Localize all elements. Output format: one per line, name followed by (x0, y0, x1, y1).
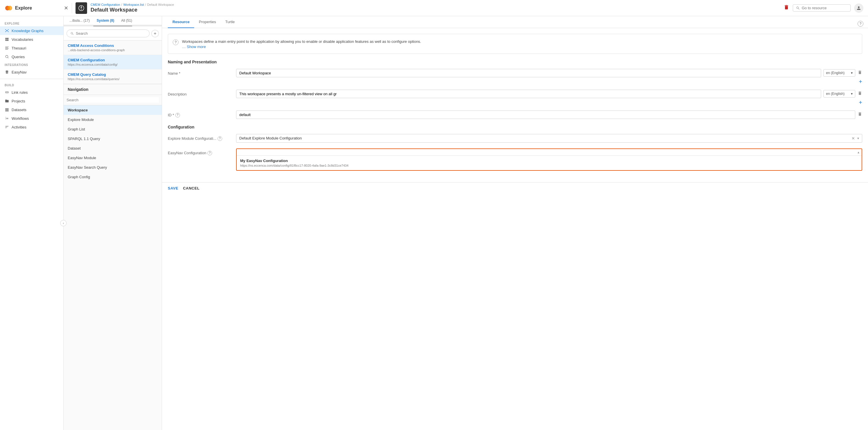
nav-item-dataset[interactable]: Dataset (64, 144, 162, 153)
thesauri-icon (5, 46, 9, 50)
id-field-group (236, 111, 862, 120)
easynav-config-help-icon[interactable]: ? (208, 151, 212, 155)
show-more-button[interactable]: … Show more (182, 44, 421, 49)
tab-system[interactable]: System (8) (93, 16, 118, 26)
sidebar-item-link-rules[interactable]: Link rules (0, 88, 63, 97)
name-lang-select[interactable]: en (English) ▾ (824, 69, 855, 77)
name-label: Name * (168, 69, 231, 75)
description-input[interactable] (236, 90, 821, 98)
list-item-cmem-config[interactable]: CMEM Configuration https://ns.eccenca.co… (64, 55, 162, 69)
description-field-group: en (English) ▾ + (236, 90, 862, 106)
trash-small-icon (858, 91, 862, 95)
sidebar-label-vocabularies: Vocabularies (11, 37, 33, 42)
description-delete-button[interactable] (858, 91, 862, 97)
add-graph-button[interactable]: + (151, 30, 159, 37)
sidebar-item-thesauri[interactable]: Thesauri (0, 44, 63, 52)
tab-resource[interactable]: Resource (168, 16, 194, 28)
explore-config-form-row: Explore Module Configurati... ? Default … (168, 134, 862, 144)
nav-item-graph-config[interactable]: Graph Config (64, 172, 162, 182)
id-form-row: ID * ? (168, 111, 862, 120)
name-add-button[interactable]: + (858, 79, 862, 85)
svg-point-9 (8, 31, 9, 32)
collapse-panel-button[interactable]: ‹ (60, 220, 66, 226)
explore-config-help-icon[interactable]: ? (218, 136, 222, 141)
svg-rect-21 (5, 110, 9, 111)
name-input[interactable] (236, 69, 821, 77)
sidebar-label-thesauri: Thesauri (11, 46, 26, 50)
sidebar-item-easynav[interactable]: EasyNav (0, 68, 63, 76)
nav-item-easynav-search-query[interactable]: EasyNav Search Query (64, 163, 162, 172)
name-delete-button[interactable] (858, 70, 862, 76)
nav-item-workspace[interactable]: Workspace (64, 105, 162, 115)
cancel-button[interactable]: CANCEL (183, 186, 199, 190)
sidebar-item-projects[interactable]: Projects (0, 97, 63, 105)
id-label-text: ID * (168, 113, 174, 117)
sidebar-item-queries[interactable]: Queries (0, 52, 63, 61)
middle-tabs: ...ibula... (17) System (8) All (51) (64, 16, 162, 26)
search-icon (796, 6, 800, 10)
easynav-chevron-up-icon[interactable]: ▴ (858, 150, 859, 154)
breadcrumb-workspace-list[interactable]: Workspace.list (123, 3, 144, 6)
description-label: Description (168, 90, 231, 96)
trash-small-icon (858, 112, 862, 116)
easynav-option-title: My EasyNav Configuration (240, 159, 858, 163)
resource-form: ? Workspaces define a main entry point t… (162, 28, 868, 182)
explore-config-dropdown[interactable]: Default Explore Module Configuration ✕ ▾ (236, 134, 862, 143)
info-text: Workspaces define a main entry point to … (182, 39, 421, 44)
easynav-option-item[interactable]: My EasyNav Configuration https://ns.ecce… (237, 156, 862, 170)
name-field-row: en (English) ▾ (236, 69, 862, 77)
link-icon (5, 90, 9, 95)
graph-search-icon (70, 32, 74, 36)
workflows-icon (5, 116, 9, 121)
delete-resource-button[interactable] (783, 4, 789, 11)
sidebar-item-datasets[interactable]: Datasets (0, 105, 63, 114)
sidebar-item-activities[interactable]: Activities (0, 123, 63, 131)
graph-list: CMEM Access Conditions ...elds-backend-a… (64, 40, 162, 84)
list-item-cmem-access[interactable]: CMEM Access Conditions ...elds-backend-a… (64, 40, 162, 55)
explore-section-label: EXPLORE (0, 20, 63, 26)
description-lang-value: en (English) (826, 92, 844, 96)
tab-tabula[interactable]: ...ibula... (17) (66, 16, 93, 26)
svg-rect-22 (5, 111, 9, 112)
id-delete-button[interactable] (858, 112, 862, 118)
app-logo: Explore ✕ (5, 4, 68, 12)
nav-item-sparql-query[interactable]: SPARQL 1.1 Query (64, 134, 162, 144)
tab-turtle[interactable]: Turtle (221, 16, 240, 28)
id-help-icon[interactable]: ? (175, 113, 180, 118)
save-button[interactable]: SAVE (168, 186, 178, 190)
navigation-search-input[interactable] (66, 97, 159, 103)
svg-point-8 (5, 31, 6, 32)
svg-rect-13 (7, 40, 9, 41)
sidebar-item-knowledge-graphs[interactable]: Knowledge Graphs (0, 26, 63, 35)
breadcrumb-cmem-config[interactable]: CMEM Configuration (91, 3, 120, 6)
graph-search-input[interactable] (76, 31, 146, 36)
page-icon (75, 2, 87, 14)
sidebar-item-workflows[interactable]: Workflows (0, 114, 63, 123)
go-to-resource-input[interactable] (802, 6, 842, 10)
nav-item-graph-list[interactable]: Graph List (64, 124, 162, 134)
nav-item-easynav-module[interactable]: EasyNav Module (64, 153, 162, 163)
id-input[interactable] (236, 111, 855, 119)
easynav-config-dropdown[interactable]: ▴ My EasyNav Configuration https://ns.ec… (236, 149, 862, 171)
header-divider (72, 3, 72, 13)
tab-all[interactable]: All (51) (118, 16, 136, 26)
info-circle-icon: ? (173, 39, 179, 45)
list-item-subtitle: https://ns.eccenca.com/data/config/ (68, 63, 158, 66)
help-button[interactable]: ? (858, 21, 863, 27)
list-item-subtitle: https://ns.eccenca.com/data/queries/ (68, 77, 158, 81)
close-app-button[interactable]: ✕ (64, 5, 68, 11)
explore-config-clear-button[interactable]: ✕ (851, 136, 855, 141)
sidebar-item-vocabularies[interactable]: Vocabularies (0, 35, 63, 44)
description-lang-select[interactable]: en (English) ▾ (824, 90, 855, 97)
description-label-text: Description (168, 92, 187, 96)
description-add-button[interactable]: + (858, 99, 862, 106)
svg-rect-16 (5, 48, 9, 49)
tab-properties[interactable]: Properties (194, 16, 220, 28)
nav-item-explore-module[interactable]: Explore Module (64, 115, 162, 124)
list-item-cmem-query[interactable]: CMEM Query Catalog https://ns.eccenca.co… (64, 69, 162, 84)
name-label-text: Name * (168, 71, 180, 75)
user-avatar-button[interactable] (854, 3, 863, 13)
go-to-resource-search[interactable] (793, 4, 850, 11)
sidebar-label-activities: Activities (11, 125, 26, 129)
resource-tabs: Resource Properties Turtle (162, 16, 868, 28)
